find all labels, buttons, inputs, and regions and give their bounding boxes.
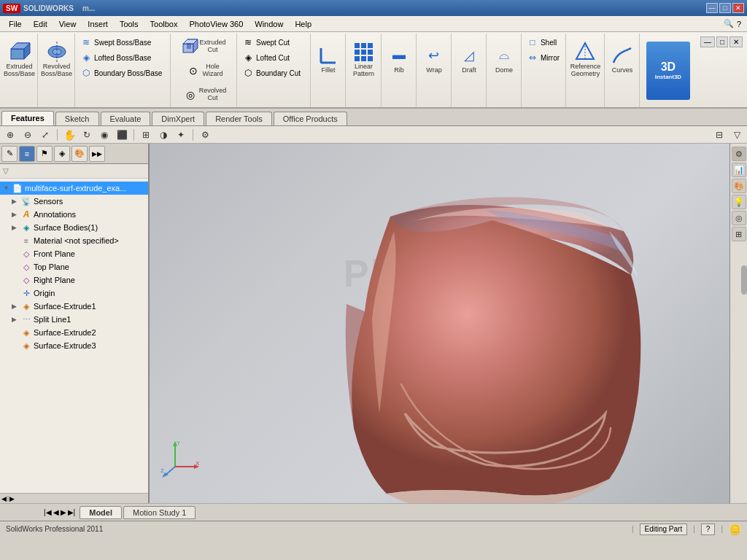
tab-sketch[interactable]: Sketch xyxy=(55,112,99,125)
right-btn-5[interactable]: ◎ xyxy=(732,211,746,225)
draft-label: Draft xyxy=(462,67,476,74)
wrap-button[interactable]: ↩ Wrap xyxy=(417,35,451,82)
maximize-button[interactable]: □ xyxy=(719,3,731,13)
close-button[interactable]: ✕ xyxy=(732,3,744,13)
shell-button[interactable]: □ Shell xyxy=(524,35,564,50)
secondary-toolbar: ⊕ ⊖ ⤢ ✋ ↻ ◉ ⬛ ⊞ ◑ ✦ ⚙ ⊟ ▽ xyxy=(0,126,747,144)
lofted-cut-button[interactable]: ◈ Lofted Cut xyxy=(239,50,309,65)
display-mode-button[interactable]: ⊞ xyxy=(139,128,153,142)
extruded-boss-button[interactable]: ExtrudedBoss/Base xyxy=(2,35,36,82)
panel-tab-appearance[interactable]: 🎨 xyxy=(71,146,88,162)
win-close[interactable]: ✕ xyxy=(729,36,743,47)
panel-tab-properties[interactable]: ◈ xyxy=(54,146,70,162)
right-btn-2[interactable]: 📊 xyxy=(732,163,746,177)
panel-tab-features[interactable]: ✎ xyxy=(1,146,18,162)
menu-view[interactable]: View xyxy=(53,18,82,30)
minimize-button[interactable]: — xyxy=(706,3,718,13)
tree-item-origin[interactable]: ▶ ✛ Origin xyxy=(0,287,148,300)
zoom-out-button[interactable]: ⊖ xyxy=(20,128,35,142)
zoom-in-button[interactable]: ⊕ xyxy=(3,128,18,142)
tree-item-top-plane[interactable]: ▶ ◇ Top Plane xyxy=(0,260,148,273)
tree-item-surface-extrude2[interactable]: ▶ ◈ Surface-Extrude2 xyxy=(0,326,148,339)
tree-item-right-plane[interactable]: ▶ ◇ Right Plane xyxy=(0,273,148,287)
tree-item-surface-extrude3[interactable]: ▶ ◈ Surface-Extrude3 xyxy=(0,339,148,352)
panel-tab-sensors[interactable]: ⚑ xyxy=(36,146,53,162)
menu-edit[interactable]: Edit xyxy=(28,18,53,30)
swept-cut-button[interactable]: ≋ Swept Cut xyxy=(239,35,309,50)
win-minimize[interactable]: — xyxy=(700,36,715,47)
view-cube-button[interactable]: ⬛ xyxy=(115,128,129,142)
tree-item-surface-extrude1[interactable]: ▶ ◈ Surface-Extrude1 xyxy=(0,300,148,313)
nav-last[interactable]: ▶| xyxy=(68,508,76,516)
draft-button[interactable]: ◿ Draft xyxy=(452,35,486,82)
linear-pattern-button[interactable]: LinearPattern xyxy=(347,35,380,82)
tree-item-split-line1[interactable]: ▶ ⋯ Split Line1 xyxy=(0,313,148,326)
tab-dimxpert[interactable]: DimXpert xyxy=(152,112,204,125)
revolved-boss-button[interactable]: RevolvedBoss/Base xyxy=(39,35,74,82)
tab-render-tools[interactable]: Render Tools xyxy=(206,112,272,125)
tree-item-front-plane[interactable]: ▶ ◇ Front Plane xyxy=(0,247,148,260)
right-btn-6[interactable]: ⊞ xyxy=(732,227,746,241)
section-view-button[interactable]: ◑ xyxy=(156,128,171,142)
tree-item-surface-bodies[interactable]: ▶ ◈ Surface Bodies(1) xyxy=(0,221,148,234)
tree-item-root[interactable]: ▼ 📄 multiface-surf-extrude_exa... xyxy=(0,182,148,195)
dome-button[interactable]: ⌓ Dome xyxy=(487,35,521,82)
zoom-fit-button[interactable]: ⤢ xyxy=(38,128,53,142)
menu-toolbox[interactable]: Toolbox xyxy=(144,18,184,30)
swept-boss-button[interactable]: ≋ Swept Boss/Base xyxy=(77,35,169,50)
curves-button[interactable]: Curves xyxy=(605,35,639,82)
lights-button[interactable]: ✦ xyxy=(174,128,188,142)
scrollbar-track[interactable] xyxy=(7,496,9,502)
nav-prev[interactable]: ◀ xyxy=(53,508,59,516)
menu-tools[interactable]: Tools xyxy=(114,18,144,30)
menu-file[interactable]: File xyxy=(3,18,28,30)
title-controls[interactable]: — □ ✕ xyxy=(706,3,744,13)
win-maximize[interactable]: □ xyxy=(716,36,728,47)
tab-office-products[interactable]: Office Products xyxy=(274,112,347,125)
ref-geometry-button[interactable]: ReferenceGeometry xyxy=(568,35,602,82)
viewport-canvas[interactable]: Photobuc meme xyxy=(150,144,729,503)
nav-first[interactable]: |◀ xyxy=(44,508,52,516)
nav-next[interactable]: ▶ xyxy=(61,508,66,516)
menu-window[interactable]: Window xyxy=(249,18,289,30)
status-coin: 🪙 xyxy=(729,524,741,535)
menu-photoview[interactable]: PhotoView 360 xyxy=(183,18,249,30)
tab-evaluate[interactable]: Evaluate xyxy=(101,112,151,125)
revolved-cut-button[interactable]: ◎ RevolvedCut xyxy=(173,83,235,106)
panel-tab-custom[interactable]: ▶▶ xyxy=(89,146,105,162)
bottom-tab-model[interactable]: Model xyxy=(80,506,122,519)
tab-features[interactable]: Features xyxy=(1,111,54,125)
tree-label-top-plane: Top Plane xyxy=(34,262,69,271)
instant3d-button[interactable]: 3D Instant3D xyxy=(646,42,690,100)
right-btn-3[interactable]: 🎨 xyxy=(732,179,746,193)
bottom-tab-motion-study[interactable]: Motion Study 1 xyxy=(123,506,196,519)
fillet-button[interactable]: Fillet xyxy=(311,35,345,82)
hole-wizard-button[interactable]: ⊙ HoleWizard xyxy=(173,59,235,82)
scroll-left-button[interactable]: ◀ xyxy=(1,495,7,502)
menu-help[interactable]: Help xyxy=(289,18,317,30)
lofted-boss-button[interactable]: ◈ Lofted Boss/Base xyxy=(77,50,169,65)
lofted-boss-icon: ◈ xyxy=(80,52,92,63)
status-help-badge[interactable]: ? xyxy=(701,524,716,535)
pan-button[interactable]: ✋ xyxy=(62,128,77,142)
right-btn-4[interactable]: 💡 xyxy=(732,195,746,209)
extruded-cut-button[interactable]: ExtrudedCut xyxy=(173,35,235,58)
right-btn-1[interactable]: ⚙ xyxy=(732,147,746,161)
tree-item-sensors[interactable]: ▶ 📡 Sensors xyxy=(0,195,148,208)
rib-button[interactable]: ▬ Rib xyxy=(382,35,416,82)
tree-item-annotations[interactable]: ▶ A Annotations xyxy=(0,208,148,221)
revolved-cut-icon: ◎ xyxy=(182,86,199,104)
tree-item-material[interactable]: ▶ ≡ Material <not specified> xyxy=(0,234,148,247)
boundary-boss-button[interactable]: ⬡ Boundary Boss/Base xyxy=(77,66,169,80)
menu-insert[interactable]: Insert xyxy=(82,18,114,30)
panel-tab-tree[interactable]: ≡ xyxy=(19,146,35,162)
settings-button[interactable]: ⚙ xyxy=(198,128,212,142)
mirror-button[interactable]: ⇔ Mirror xyxy=(524,50,564,65)
rotate-button[interactable]: ↻ xyxy=(80,128,94,142)
view-options-button[interactable]: ▽ xyxy=(729,128,744,142)
scroll-right-button[interactable]: ▶ xyxy=(9,495,15,502)
grid-button[interactable]: ⊟ xyxy=(712,128,727,142)
help-icon[interactable]: ? xyxy=(737,20,741,28)
view-select-button[interactable]: ◉ xyxy=(97,128,112,142)
boundary-cut-button[interactable]: ⬡ Boundary Cut xyxy=(239,66,309,80)
